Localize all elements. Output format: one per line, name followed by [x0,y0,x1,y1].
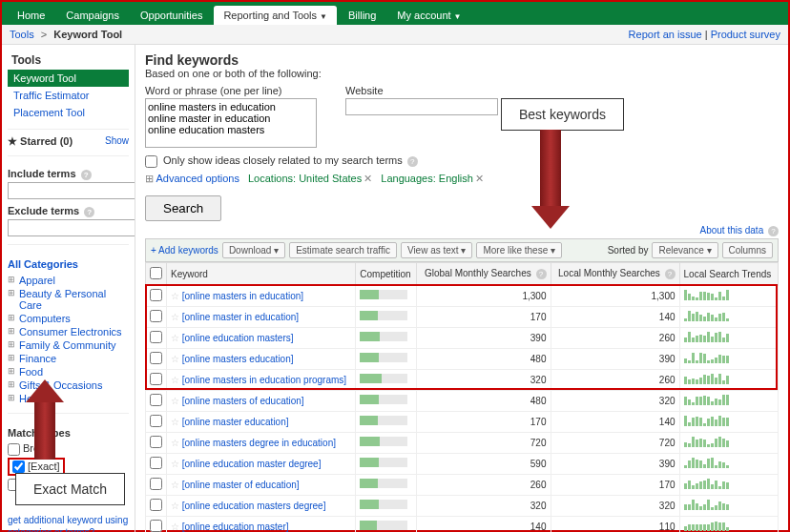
only-show-checkbox[interactable] [145,155,157,168]
columns-button[interactable]: Columns [722,242,773,258]
nav-tab-home[interactable]: Home [8,6,54,25]
categories-heading[interactable]: All Categories [8,258,129,270]
help-icon[interactable]: ? [536,269,547,279]
star-icon[interactable]: ☆ [171,438,179,448]
star-icon[interactable]: ☆ [171,480,179,490]
keyword-link[interactable]: [online education master] [182,522,289,532]
starred-show-link[interactable]: Show [105,135,129,146]
row-checkbox[interactable] [150,478,162,490]
sidebar-item-keyword-tool[interactable]: Keyword Tool [8,70,129,87]
table-row: ☆ [online master education]170140 [146,411,779,432]
keyword-link[interactable]: [online master education] [182,417,289,427]
local-searches: 320 [551,495,679,516]
col-competition[interactable]: Competition [356,262,417,285]
row-checkbox[interactable] [150,520,162,532]
view-as-text-button[interactable]: View as text ▾ [401,242,473,258]
table-row: ☆ [online masters degree in education]72… [146,432,779,453]
more-like-these-button[interactable]: More like these ▾ [476,242,562,258]
star-icon[interactable]: ☆ [171,459,179,469]
sort-relevance-button[interactable]: Relevance ▾ [652,242,717,258]
col-local-search-trends[interactable]: Local Search Trends [679,262,778,285]
sidebar-item-placement-tool[interactable]: Placement Tool [8,104,129,121]
row-checkbox[interactable] [150,352,162,364]
sidebar-item-traffic-estimator[interactable]: Traffic Estimator [8,87,129,104]
star-icon[interactable]: ☆ [171,375,179,385]
nav-tab-billing[interactable]: Billing [339,6,385,25]
star-icon[interactable]: ☆ [171,501,179,511]
trend-sparkline [684,499,729,510]
star-icon[interactable]: ☆ [171,333,179,343]
crumb-root[interactable]: Tools [10,29,34,40]
keyword-link[interactable]: [online education master degree] [182,459,322,469]
row-checkbox[interactable] [150,310,162,322]
row-checkbox[interactable] [150,394,162,406]
keyword-link[interactable]: [online masters education] [182,354,294,364]
keyword-link[interactable]: [online masters of education] [182,396,304,406]
help-icon[interactable]: ? [407,156,418,167]
star-icon[interactable]: ☆ [171,396,179,406]
keyword-link[interactable]: [online education masters] [182,333,294,343]
category-family-community[interactable]: Family & Community [8,338,129,352]
help-icon[interactable]: ? [81,170,92,180]
keyword-link[interactable]: [online masters degree in education] [182,438,336,448]
download-button[interactable]: Download ▾ [222,242,285,258]
additional-keyword-hint[interactable]: get additional keyword using categories … [8,514,129,532]
row-checkbox[interactable] [150,436,162,448]
category-apparel[interactable]: Apparel [8,274,129,287]
product-survey-link[interactable]: Product survey [711,29,780,40]
nav-tab-opportunities[interactable]: Opportunities [131,6,212,25]
help-icon[interactable]: ? [665,269,676,279]
global-searches: 170 [417,306,551,327]
star-icon[interactable]: ☆ [171,522,179,532]
local-searches: 720 [551,432,679,453]
about-data-link[interactable]: About this data [700,225,764,235]
trend-sparkline [684,457,729,468]
table-row: ☆ [online education master degree]590390 [146,453,779,474]
help-icon[interactable]: ? [84,207,94,217]
row-checkbox[interactable] [150,415,162,427]
website-input[interactable] [345,98,498,115]
keyword-link[interactable]: [online education masters degree] [182,501,326,511]
keyword-link[interactable]: [online master in education] [182,312,299,322]
star-icon[interactable]: ☆ [171,417,179,427]
search-button[interactable]: Search [145,195,221,221]
add-keywords-button[interactable]: + Add keywords [151,245,218,256]
row-checkbox[interactable] [150,331,162,343]
nav-tab-campaigns[interactable]: Campaigns [56,6,129,25]
remove-location-icon[interactable]: ✕ [364,173,372,184]
global-searches: 260 [417,474,551,495]
category-food[interactable]: Food [8,365,129,379]
col-global-monthly-searches[interactable]: Global Monthly Searches ? [417,262,551,285]
match-broad[interactable]: Broad [8,441,129,457]
starred-header[interactable]: ★ Starred (0) [8,135,73,147]
category-consumer-electronics[interactable]: Consumer Electronics [8,325,129,338]
help-icon[interactable]: ? [768,226,779,236]
category-beauty-personal-care[interactable]: Beauty & Personal Care [8,287,129,312]
row-checkbox[interactable] [150,289,162,301]
keyword-link[interactable]: [online masters in education programs] [182,375,346,385]
select-all-checkbox[interactable] [150,267,162,279]
remove-language-icon[interactable]: ✕ [475,173,484,184]
category-computers[interactable]: Computers [8,312,129,325]
word-phrase-input[interactable] [145,98,317,148]
page-subtitle: Based on one or both of the following: [145,68,779,79]
row-checkbox[interactable] [150,457,162,469]
row-checkbox[interactable] [150,373,162,385]
estimate-button[interactable]: Estimate search traffic [289,242,397,258]
advanced-options-link[interactable]: Advanced options [156,173,239,184]
keyword-link[interactable]: [online masters in education] [182,291,303,301]
row-checkbox[interactable] [150,499,162,511]
results-toolbar: + Add keywords Download ▾ Estimate searc… [145,238,779,262]
nav-tab-my-account[interactable]: My account▼ [387,6,470,25]
category-finance[interactable]: Finance [8,352,129,365]
col-local-monthly-searches[interactable]: Local Monthly Searches ? [551,262,679,285]
report-issue-link[interactable]: Report an issue [629,29,702,40]
star-icon[interactable]: ☆ [171,354,179,364]
nav-tab-reporting-and-tools[interactable]: Reporting and Tools▼ [214,6,337,25]
star-icon[interactable]: ☆ [171,291,179,301]
exclude-terms-input[interactable] [8,219,135,236]
star-icon[interactable]: ☆ [171,312,179,322]
keyword-link[interactable]: [online master of education] [182,480,300,490]
col-keyword[interactable]: Keyword [167,262,356,285]
include-terms-input[interactable] [8,182,135,199]
